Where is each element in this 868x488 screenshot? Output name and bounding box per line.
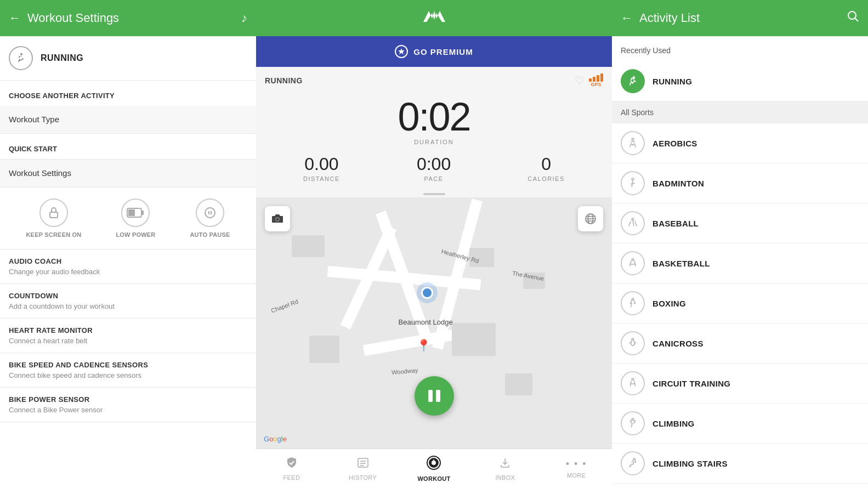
aerobics-name: AEROBICS (653, 139, 697, 148)
countdown-subtitle: Add a countdown to your workout (9, 302, 247, 310)
go-premium-banner[interactable]: GO PREMIUM (256, 36, 612, 67)
premium-icon (395, 45, 408, 58)
distance-label: DISTANCE (303, 175, 340, 182)
svg-point-31 (632, 218, 634, 220)
heart-rate-title: HEART RATE MONITOR (9, 326, 247, 334)
nav-history[interactable]: HISTORY (347, 457, 379, 481)
svg-point-9 (276, 218, 279, 221)
more-icon: • • • (566, 458, 587, 470)
activity-item-baseball[interactable]: BASEBALL (612, 203, 868, 243)
heart-rate-subtitle: Connect a heart rate belt (9, 337, 247, 345)
right-back-button[interactable]: ← (621, 11, 633, 25)
bike-power-item[interactable]: BIKE POWER SENSOR Connect a Bike Power s… (0, 388, 256, 422)
heart-rate-item[interactable]: HEART RATE MONITOR Connect a heart rate … (0, 319, 256, 353)
camera-button[interactable] (265, 206, 290, 231)
map-building-3 (309, 336, 339, 363)
calories-value: 0 (527, 154, 565, 174)
google-logo: Google (264, 435, 287, 443)
ua-logo (421, 7, 447, 30)
activity-item-badminton[interactable]: BADMINTON (612, 163, 868, 203)
bike-power-subtitle: Connect a Bike Power sensor (9, 406, 247, 414)
history-label: HISTORY (349, 474, 377, 481)
left-panel: ← Workout Settings ♪ RUNNING CHOOSE ANOT… (0, 0, 256, 488)
duration-display: 0:02 DURATION (265, 92, 603, 147)
nav-more[interactable]: • • • MORE (560, 458, 593, 479)
pace-value: 0:00 (417, 154, 451, 174)
canicross-icon (621, 331, 645, 355)
svg-point-32 (632, 259, 634, 261)
audio-coach-item[interactable]: AUDIO COACH Change your audio feedback (0, 249, 256, 284)
running-recent-icon (621, 69, 645, 93)
svg-point-27 (632, 138, 634, 140)
all-sports-header: All Sports (612, 101, 868, 123)
recently-used-header: Recently Used (612, 36, 868, 61)
scroll-dots (423, 193, 445, 195)
workout-top-row: RUNNING ♡ GPS (265, 73, 603, 87)
workout-type-item[interactable]: Workout Type (0, 106, 256, 134)
basketball-name: BASKETBALL (653, 259, 710, 268)
nav-inbox[interactable]: INBOX (489, 457, 521, 481)
workout-settings-item[interactable]: Workout Settings (0, 160, 256, 188)
feed-label: FEED (283, 474, 300, 481)
pause-bar-left (428, 390, 433, 402)
climbing-stairs-name: CLIMBING STAIRS (653, 459, 728, 468)
scroll-indicator (265, 191, 603, 197)
climbing-icon (621, 411, 645, 435)
workout-label: WORKOUT (417, 475, 450, 482)
auto-pause-label: AUTO PAUSE (190, 231, 230, 238)
auto-pause-item[interactable]: AUTO PAUSE (190, 198, 230, 238)
activity-item-running-recent[interactable]: RUNNING (612, 61, 868, 101)
globe-button[interactable] (578, 206, 603, 231)
boxing-icon (621, 291, 645, 315)
heart-rate-icon: ♡ (575, 74, 585, 87)
inbox-label: INBOX (495, 474, 515, 481)
running-row: RUNNING (0, 36, 256, 81)
workout-settings-label: Workout Settings (9, 168, 71, 178)
activity-item-aerobics[interactable]: AEROBICS (612, 123, 868, 163)
left-back-button[interactable]: ← (9, 11, 21, 25)
middle-panel: GO PREMIUM RUNNING ♡ GPS 0:02 DU (256, 0, 612, 488)
boxing-name: BOXING (653, 299, 686, 308)
pause-button[interactable] (415, 376, 454, 416)
metrics-row: 0.00 DISTANCE 0:00 PACE 0 CALORIES (265, 147, 603, 191)
svg-rect-4 (128, 209, 135, 216)
workout-type-label: Workout Type (9, 115, 59, 124)
gps-bar-2 (593, 77, 595, 82)
countdown-item[interactable]: COUNTDOWN Add a countdown to your workou… (0, 284, 256, 319)
bike-sensors-subtitle: Connect bike speed and cadence sensors (9, 371, 247, 379)
icons-row: KEEP SCREEN ON LOW POWER (0, 188, 256, 249)
choose-activity-section[interactable]: CHOOSE ANOTHER ACTIVITY (0, 81, 256, 106)
basketball-icon (621, 251, 645, 275)
quick-start-section[interactable]: QUICK START (0, 134, 256, 160)
activity-item-boxing[interactable]: BOXING (612, 283, 868, 324)
activity-item-climbing[interactable]: CLIMBING (612, 404, 868, 444)
nav-workout[interactable]: WORKOUT (417, 456, 450, 482)
aerobics-icon (621, 131, 645, 155)
map-container[interactable]: Heatherley Rd Chapel Rd Woodway The Aven… (256, 197, 612, 449)
svg-line-25 (855, 18, 858, 21)
right-search-icon[interactable] (847, 10, 859, 26)
nav-feed[interactable]: FEED (275, 457, 308, 481)
gps-bar-3 (597, 75, 599, 82)
activity-item-basketball[interactable]: BASKETBALL (612, 243, 868, 283)
pause-bar-right (436, 390, 440, 402)
activity-item-circuit-training[interactable]: CIRCUIT TRAINING (612, 364, 868, 404)
workout-icon (427, 456, 441, 473)
bike-sensors-title: BIKE SPEED AND CADENCE SENSORS (9, 361, 247, 369)
keep-screen-icon (39, 198, 68, 227)
svg-point-24 (848, 12, 856, 19)
low-power-item[interactable]: LOW POWER (116, 198, 155, 238)
audio-coach-subtitle: Change your audio feedback (9, 268, 247, 276)
running-icon (9, 46, 33, 70)
bike-sensors-item[interactable]: BIKE SPEED AND CADENCE SENSORS Connect b… (0, 353, 256, 388)
svg-point-37 (633, 458, 636, 461)
bottom-nav: FEED HISTORY (256, 449, 612, 488)
activity-item-canicross[interactable]: CANICROSS (612, 324, 868, 364)
svg-point-0 (20, 53, 22, 55)
road-label-3: Woodway (391, 367, 418, 376)
left-music-icon[interactable]: ♪ (241, 11, 247, 25)
svg-point-28 (632, 178, 634, 180)
activity-item-climbing-stairs[interactable]: CLIMBING STAIRS (612, 444, 868, 484)
keep-screen-on-item[interactable]: KEEP SCREEN ON (26, 198, 81, 238)
svg-point-33 (632, 298, 634, 300)
